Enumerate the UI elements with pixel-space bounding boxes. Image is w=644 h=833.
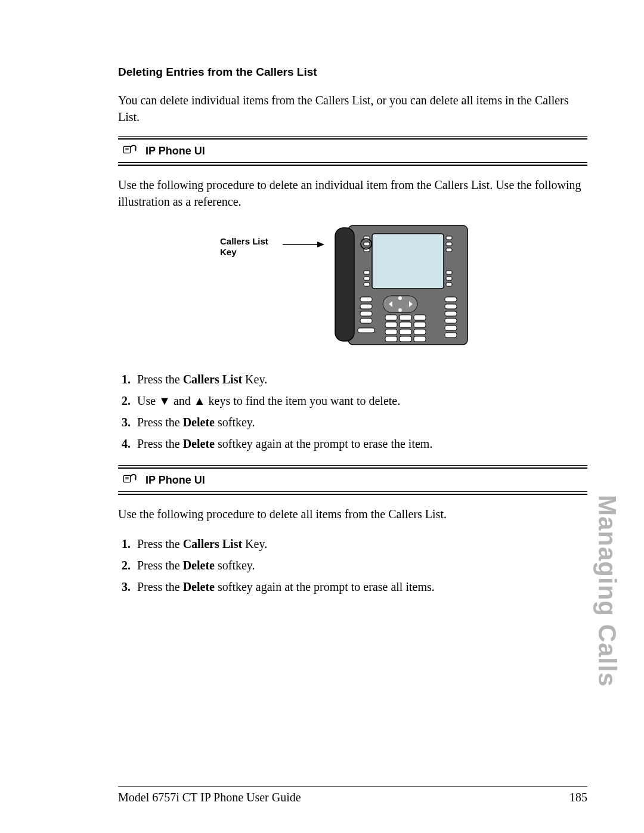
- procedure2-steps: Press the Callers List Key. Press the De…: [118, 533, 587, 597]
- ip-phone-ui-callout: IP Phone UI: [118, 136, 587, 166]
- svg-rect-45: [400, 329, 411, 335]
- svg-marker-53: [135, 478, 137, 481]
- svg-rect-49: [414, 336, 426, 342]
- figure-key-label: Callers List Key: [220, 223, 277, 258]
- svg-rect-42: [400, 322, 411, 327]
- svg-rect-16: [446, 242, 452, 246]
- pointer-arrow-icon: [283, 223, 324, 255]
- svg-point-26: [398, 308, 402, 312]
- down-arrow-icon: ▼: [159, 394, 171, 407]
- procedure2-intro: Use the following procedure to delete al…: [118, 506, 587, 522]
- page-footer: Model 6757i CT IP Phone User Guide 185: [118, 786, 587, 804]
- intro-paragraph: You can delete individual items from the…: [118, 92, 587, 125]
- svg-rect-43: [414, 322, 426, 327]
- svg-rect-28: [360, 304, 372, 309]
- svg-rect-36: [445, 326, 457, 330]
- svg-rect-17: [446, 248, 452, 252]
- list-item: Use ▼ and ▲ keys to find the item you wa…: [134, 390, 587, 411]
- svg-rect-27: [360, 297, 372, 302]
- procedure1-intro: Use the following procedure to delete an…: [118, 176, 587, 210]
- svg-rect-38: [385, 315, 397, 320]
- svg-rect-20: [446, 283, 452, 286]
- svg-rect-39: [400, 315, 411, 320]
- svg-marker-3: [135, 149, 137, 151]
- section-tab: Managing Calls: [593, 495, 621, 687]
- svg-marker-5: [317, 241, 324, 247]
- svg-rect-44: [385, 329, 397, 335]
- svg-rect-29: [360, 311, 372, 316]
- svg-rect-10: [364, 242, 370, 246]
- ip-phone-ui-callout: IP Phone UI: [118, 465, 587, 495]
- list-item: Press the Delete softkey.: [134, 555, 587, 576]
- svg-rect-48: [400, 336, 411, 342]
- svg-rect-19: [446, 277, 452, 280]
- svg-rect-41: [385, 322, 397, 327]
- footer-title: Model 6757i CT IP Phone User Guide: [118, 791, 301, 804]
- svg-rect-12: [364, 271, 370, 274]
- svg-rect-47: [385, 336, 397, 342]
- svg-rect-13: [364, 277, 370, 280]
- phone-illustration: Callers List Key: [118, 223, 587, 351]
- callout-label: IP Phone UI: [145, 474, 205, 487]
- svg-rect-33: [445, 304, 457, 309]
- list-item: Press the Callers List Key.: [134, 368, 587, 390]
- svg-rect-8: [372, 234, 444, 289]
- svg-point-25: [398, 296, 402, 300]
- svg-rect-34: [445, 311, 457, 316]
- svg-rect-18: [446, 271, 452, 274]
- list-item: Press the Delete softkey.: [134, 411, 587, 433]
- svg-rect-15: [446, 236, 452, 240]
- page-number: 185: [569, 791, 587, 804]
- up-arrow-icon: ▲: [194, 394, 206, 407]
- phone-ui-icon: [123, 472, 140, 488]
- list-item: Press the Delete softkey again at the pr…: [134, 433, 587, 454]
- list-item: Press the Delete softkey again at the pr…: [134, 576, 587, 597]
- procedure1-steps: Press the Callers List Key. Use ▼ and ▲ …: [118, 368, 587, 454]
- svg-rect-40: [414, 315, 426, 320]
- svg-rect-32: [445, 297, 457, 302]
- callout-label: IP Phone UI: [145, 145, 205, 157]
- svg-rect-46: [414, 329, 426, 335]
- svg-rect-14: [364, 283, 370, 286]
- svg-rect-37: [445, 333, 457, 337]
- svg-rect-30: [360, 318, 372, 323]
- section-heading: Deleting Entries from the Callers List: [118, 66, 587, 79]
- phone-ui-icon: [123, 143, 140, 159]
- phone-device-icon: [330, 223, 485, 351]
- svg-rect-35: [445, 318, 457, 323]
- svg-rect-31: [358, 328, 374, 333]
- svg-rect-7: [335, 228, 354, 341]
- list-item: Press the Callers List Key.: [134, 533, 587, 555]
